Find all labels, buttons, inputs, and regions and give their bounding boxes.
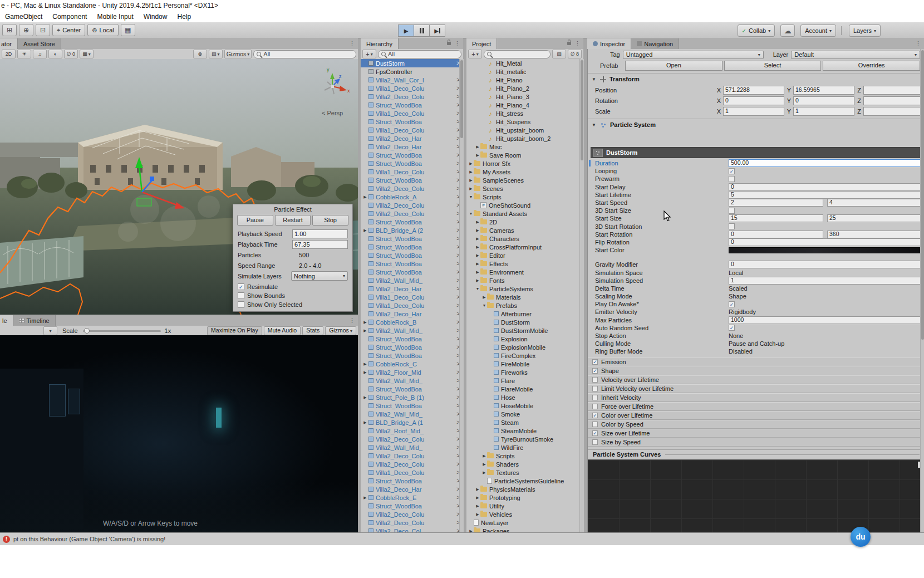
hierarchy-item[interactable]: Struct_WoodBoa> [361, 117, 463, 126]
tab-navigator[interactable]: ator [0, 38, 18, 49]
axis-input[interactable]: 1 [723, 107, 784, 116]
pe-checkbox[interactable] [238, 301, 244, 308]
du-overlay-badge[interactable]: du [851, 527, 871, 547]
expand-arrow-icon[interactable]: ▶ [362, 395, 368, 400]
project-item[interactable]: Flare [466, 376, 583, 385]
expand-arrow-icon[interactable]: ▶ [475, 237, 480, 241]
hierarchy-item[interactable]: Villa2_Wall_Mid_> [361, 410, 463, 418]
hierarchy-item[interactable]: Struct_WoodBoa> [361, 335, 463, 343]
play-button[interactable]: ▶ [398, 25, 414, 37]
ps-dropdown[interactable]: Disabled [729, 348, 753, 355]
panel-menu-icon[interactable]: ⋮ [454, 40, 460, 47]
axis-input[interactable] [863, 86, 924, 95]
axis-input[interactable]: 571.2288 [723, 86, 784, 95]
expand-arrow-icon[interactable]: ▶ [475, 496, 480, 500]
ps-input-field[interactable]: 360 [827, 231, 922, 238]
project-item[interactable]: ▼ParticleSystems [466, 285, 583, 293]
hierarchy-item[interactable]: Villa1_Deco_Colu> [361, 109, 463, 117]
pe-checkbox-row[interactable]: ✓Resimulate [233, 282, 352, 291]
project-item[interactable]: ▶2D [466, 218, 583, 226]
project-item[interactable]: ▶Horror Sfx [466, 159, 583, 168]
project-item[interactable]: ♪Hit_metalic [466, 67, 583, 76]
project-item[interactable]: ▶Editor [466, 251, 583, 259]
hierarchy-item[interactable]: Struct_WoodBoa> [361, 176, 463, 184]
project-item[interactable]: ▶SampleScenes [466, 176, 583, 184]
project-item[interactable]: ♪Hit_Piano [466, 76, 583, 84]
axis-input[interactable]: 1 [793, 107, 854, 116]
hierarchy-item[interactable]: Villa2_Wall_Mid_> [361, 376, 463, 385]
ps-checkbox[interactable] [729, 223, 735, 229]
expand-arrow-icon[interactable]: ▶ [468, 161, 474, 166]
hierarchy-item[interactable]: Villa1_Deco_Colu> [361, 84, 463, 92]
ps-input-field[interactable]: 1 [729, 277, 922, 285]
ps-checkbox[interactable]: ✓ [729, 168, 735, 174]
expand-arrow-icon[interactable]: ▶ [475, 270, 480, 275]
main-module-header[interactable]: DustStorm [591, 147, 922, 158]
expand-arrow-icon[interactable]: ▶ [475, 504, 480, 508]
expand-arrow-icon[interactable]: ▶ [362, 420, 368, 425]
ps-input-field[interactable]: 0 [729, 238, 922, 246]
hierarchy-scrollbar[interactable] [459, 59, 464, 532]
create-asset-button[interactable]: +▾ [468, 50, 482, 58]
expand-arrow-icon[interactable]: ▶ [475, 228, 480, 233]
module-checkbox[interactable]: ✓ [592, 430, 598, 436]
aspect-dropdown[interactable]: ▾ [43, 326, 57, 335]
scrollbar-thumb[interactable] [581, 60, 583, 160]
expand-arrow-icon[interactable]: ▶ [362, 320, 368, 325]
hierarchy-item[interactable]: Villa2_Deco_Colu> [361, 510, 463, 518]
hierarchy-item[interactable]: Villa2_Wall_Mid_> [361, 276, 463, 285]
2d-toggle-button[interactable]: 2D [2, 50, 16, 58]
hierarchy-item[interactable]: Struct_WoodBoa> [361, 218, 463, 226]
tab-console[interactable]: le [0, 315, 13, 326]
persp-label[interactable]: < Persp [322, 110, 343, 116]
hierarchy-item[interactable]: Villa2_Roof_Mid_> [361, 427, 463, 435]
expand-arrow-icon[interactable]: ▶ [362, 329, 368, 333]
module-toggle-row[interactable]: ✓Emission [588, 357, 924, 366]
project-item[interactable]: ▶Textures [466, 468, 583, 477]
hierarchy-item[interactable]: Struct_WoodBoa> [361, 351, 463, 360]
expand-arrow-icon[interactable]: ▼ [475, 287, 480, 291]
menu-help[interactable]: Help [172, 13, 196, 21]
project-item[interactable]: DustStormMobile [466, 326, 583, 335]
hierarchy-item[interactable]: Villa2_Deco_Colu> [361, 435, 463, 443]
pe-checkbox-row[interactable]: Show Bounds [233, 291, 352, 300]
module-toggle-row[interactable]: Inherit Velocity [588, 393, 924, 402]
hierarchy-item[interactable]: Villa1_Deco_Colu> [361, 293, 463, 301]
pe-checkbox-row[interactable]: Show Only Selected [233, 300, 352, 309]
hierarchy-item[interactable]: Struct_WoodBoa> [361, 502, 463, 510]
project-item[interactable]: ▶PhysicsMaterials [466, 485, 583, 493]
expand-arrow-icon[interactable]: ▶ [468, 187, 474, 191]
module-toggle-row[interactable]: Velocity over Lifetime [588, 375, 924, 384]
project-item[interactable]: ▶CrossPlatformInput [466, 243, 583, 251]
module-toggle-row[interactable]: ✓Shape [588, 366, 924, 375]
inspector-scrollbar[interactable] [920, 49, 924, 532]
game-mute-audio-button[interactable]: Mute Audio [264, 326, 301, 335]
module-checkbox[interactable]: ✓ [592, 359, 598, 365]
hierarchy-item[interactable]: Villa2_Deco_Colu> [361, 92, 463, 101]
start-color-field[interactable] [729, 247, 922, 253]
project-item[interactable]: Fireworks [466, 368, 583, 376]
hierarchy-item[interactable]: ▶CobbleRock_B> [361, 318, 463, 326]
expand-arrow-icon[interactable]: ▶ [475, 512, 480, 517]
project-item[interactable]: FlareMobile [466, 385, 583, 393]
scrollbar-thumb[interactable] [460, 60, 463, 138]
effects-toggle-button[interactable]: ◐ [48, 50, 62, 58]
camera-mask-button[interactable]: ▤▾ [209, 50, 223, 58]
pe-checkbox[interactable]: ✓ [238, 283, 244, 290]
project-item[interactable]: #OneShotSound [466, 201, 583, 209]
lock-icon[interactable] [447, 42, 451, 45]
collab-button[interactable]: ✓Collab▾ [738, 25, 775, 37]
module-checkbox[interactable] [592, 404, 598, 409]
ps-input-field[interactable]: 15 [729, 214, 823, 222]
hierarchy-item[interactable]: Struct_WoodBoa> [361, 259, 463, 268]
ps-input-field[interactable]: 0 [729, 261, 922, 268]
expand-arrow-icon[interactable]: ▶ [481, 471, 487, 475]
project-item[interactable]: HoseMobile [466, 401, 583, 410]
expand-arrow-icon[interactable]: ▶ [475, 245, 480, 249]
tag-dropdown[interactable]: Untagged▾ [623, 51, 764, 59]
game-viewport[interactable]: W/A/S/D or Arrow Keys to move [0, 335, 358, 532]
project-item[interactable]: ▶Scripts [466, 452, 583, 460]
ps-dropdown[interactable]: Scaled [729, 285, 748, 292]
project-item[interactable]: ▼Prefabs [466, 301, 583, 310]
hierarchy-item[interactable]: FpsController [361, 67, 463, 76]
